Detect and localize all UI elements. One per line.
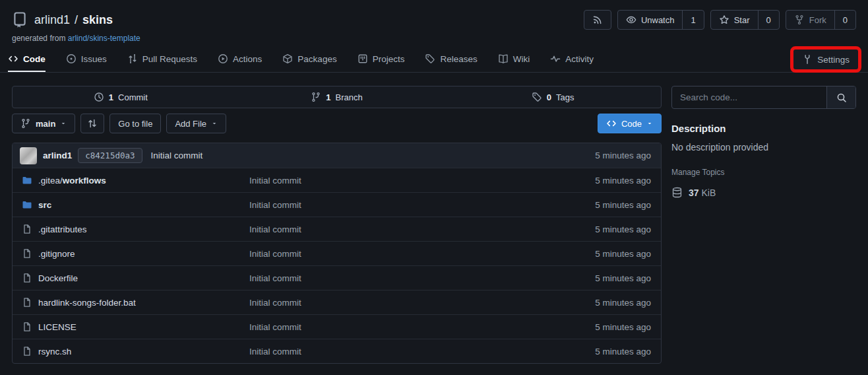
latest-commit-row: arlind1 c84215d0a3 Initial commit 5 minu…: [13, 143, 661, 168]
template-repo-link[interactable]: arlind/skins-template: [68, 34, 140, 43]
file-name: .gitignore: [38, 249, 75, 259]
file-icon: [22, 297, 32, 308]
tab-code[interactable]: Code: [8, 47, 46, 72]
code-download-button[interactable]: Code: [598, 114, 662, 133]
red-highlight-annotation: Settings: [790, 46, 861, 73]
file-commit-time: 5 minutes ago: [538, 322, 654, 332]
file-icon: [22, 322, 32, 332]
file-row: .gitignore Initial commit 5 minutes ago: [13, 241, 661, 265]
tab-activity[interactable]: Activity: [550, 47, 594, 72]
tag-icon: [532, 92, 542, 102]
avatar[interactable]: [20, 147, 37, 164]
code-icon: [606, 118, 617, 129]
branch-selector-button[interactable]: main: [12, 114, 75, 133]
file-name-link[interactable]: hardlink-songs-folder.bat: [20, 297, 249, 308]
repo-size-value: 37: [689, 188, 699, 198]
repo-browser-column: 1 Commit 1 Branch 0 Tags main: [12, 86, 662, 364]
tab-issues-label: Issues: [81, 54, 107, 64]
go-to-file-button[interactable]: Go to file: [109, 114, 161, 133]
tab-actions-label: Actions: [233, 54, 262, 64]
fork-button[interactable]: Fork: [786, 11, 834, 29]
tags-stat[interactable]: 0 Tags: [445, 86, 661, 108]
stars-count[interactable]: 0: [758, 11, 779, 29]
commit-message-link[interactable]: Initial commit: [151, 151, 203, 160]
chevron-down-icon: [646, 120, 653, 127]
add-file-label: Add File: [175, 119, 206, 129]
chevron-down-icon: [60, 120, 67, 127]
file-name-link[interactable]: .gitea/workflows: [20, 175, 249, 186]
file-name-link[interactable]: src: [20, 199, 249, 210]
fork-button-group: Fork 0: [786, 10, 856, 30]
commits-count: 1: [109, 92, 113, 102]
star-icon: [719, 15, 729, 25]
star-button-group: Star 0: [710, 10, 780, 30]
issue-circle-icon: [66, 53, 77, 64]
file-icon: [22, 224, 32, 234]
tab-projects[interactable]: Projects: [357, 47, 405, 72]
file-commit-message[interactable]: Initial commit: [249, 298, 538, 308]
file-name-link[interactable]: rsync.sh: [20, 346, 249, 357]
tags-count: 0: [547, 92, 551, 102]
tab-issues[interactable]: Issues: [66, 47, 107, 72]
file-row: Dockerfile Initial commit 5 minutes ago: [13, 265, 661, 290]
main-content: 1 Commit 1 Branch 0 Tags main: [0, 73, 868, 364]
file-commit-message[interactable]: Initial commit: [249, 347, 538, 357]
tab-pull-requests[interactable]: Pull Requests: [127, 47, 197, 72]
file-toolbar: main Go to file Add File Code: [12, 114, 662, 133]
description-heading: Description: [671, 123, 856, 134]
branches-stat[interactable]: 1 Branch: [229, 86, 445, 108]
tab-settings[interactable]: Settings: [802, 54, 850, 65]
star-button[interactable]: Star: [711, 11, 758, 29]
repo-book-icon: [12, 11, 28, 28]
folder-icon: [22, 175, 32, 186]
repo-owner-link[interactable]: arlind1: [34, 13, 70, 27]
file-commit-message[interactable]: Initial commit: [249, 322, 538, 332]
commit-time: 5 minutes ago: [595, 151, 654, 160]
unwatch-label: Unwatch: [641, 15, 675, 25]
compare-icon: [87, 118, 98, 129]
search-input[interactable]: [672, 86, 826, 108]
file-commit-time: 5 minutes ago: [538, 273, 654, 283]
file-row: hardlink-songs-folder.bat Initial commit…: [13, 290, 661, 314]
unwatch-button[interactable]: Unwatch: [618, 11, 683, 29]
file-name-link[interactable]: Dockerfile: [20, 273, 249, 283]
file-name: LICENSE: [38, 322, 77, 332]
forks-count[interactable]: 0: [834, 11, 855, 29]
rss-button[interactable]: [584, 10, 611, 30]
file-icon: [22, 273, 32, 283]
file-commit-time: 5 minutes ago: [538, 249, 654, 259]
repo-size-unit: KiB: [701, 188, 716, 198]
tab-packages[interactable]: Packages: [282, 47, 336, 72]
repo-name-link[interactable]: skins: [82, 13, 113, 27]
file-commit-message[interactable]: Initial commit: [249, 249, 538, 259]
manage-topics-link[interactable]: Manage Topics: [671, 168, 725, 177]
file-name-link[interactable]: .gitattributes: [20, 224, 249, 234]
file-commit-message[interactable]: Initial commit: [249, 200, 538, 210]
commit-author-link[interactable]: arlind1: [43, 151, 72, 160]
fork-label: Fork: [809, 15, 826, 25]
file-name: .gitattributes: [38, 224, 87, 234]
file-name-link[interactable]: .gitignore: [20, 248, 249, 259]
watchers-count[interactable]: 1: [682, 11, 703, 29]
commits-stat[interactable]: 1 Commit: [13, 86, 229, 108]
add-file-button[interactable]: Add File: [166, 114, 226, 133]
compare-button[interactable]: [80, 114, 104, 133]
file-name: hardlink-songs-folder.bat: [38, 298, 136, 308]
tab-releases[interactable]: Releases: [425, 47, 477, 72]
tags-label: Tags: [556, 92, 574, 102]
file-name-link[interactable]: LICENSE: [20, 322, 249, 332]
file-commit-time: 5 minutes ago: [538, 298, 654, 308]
file-commit-message[interactable]: Initial commit: [249, 224, 538, 234]
repo-action-buttons: Unwatch 1 Star 0 Fork 0: [584, 10, 856, 30]
tab-actions[interactable]: Actions: [218, 47, 262, 72]
file-commit-message[interactable]: Initial commit: [249, 176, 538, 186]
file-commit-message[interactable]: Initial commit: [249, 273, 538, 283]
commit-sha-link[interactable]: c84215d0a3: [78, 148, 142, 163]
cube-icon: [282, 53, 293, 64]
tab-pull-requests-label: Pull Requests: [142, 54, 197, 64]
git-branch-icon: [311, 92, 321, 102]
search-button[interactable]: [826, 86, 855, 108]
file-row: rsync.sh Initial commit 5 minutes ago: [13, 339, 661, 363]
repo-stats-bar: 1 Commit 1 Branch 0 Tags: [12, 86, 662, 108]
tab-wiki[interactable]: Wiki: [498, 47, 530, 72]
